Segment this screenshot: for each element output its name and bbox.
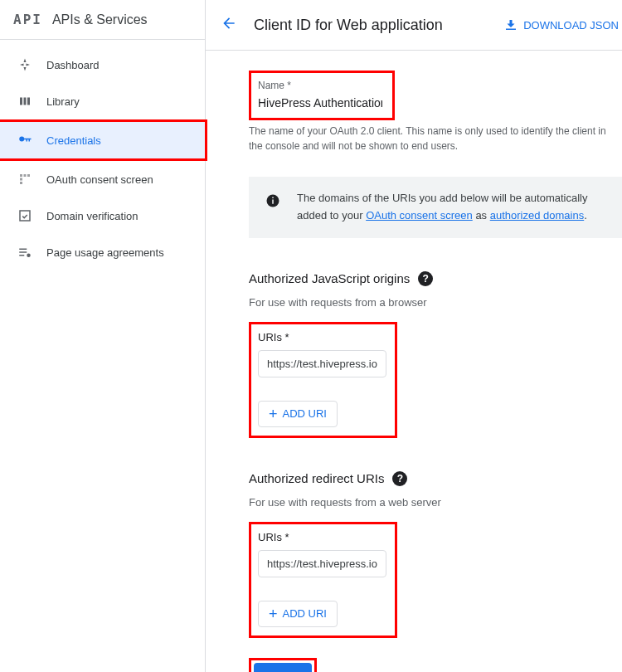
sidebar-item-label: Credentials bbox=[46, 134, 101, 147]
sidebar-item-credentials[interactable]: Credentials bbox=[0, 122, 205, 158]
uris-label: URIs * bbox=[258, 531, 386, 543]
uris-label: URIs * bbox=[258, 331, 386, 343]
download-json-button[interactable]: DOWNLOAD JSON bbox=[503, 17, 622, 32]
api-logo: API bbox=[13, 12, 42, 27]
download-icon bbox=[503, 17, 518, 32]
info-text: The domains of the URIs you add below wi… bbox=[297, 190, 605, 225]
add-uri-button[interactable]: + ADD URI bbox=[258, 601, 338, 627]
sidebar-item-label: Page usage agreements bbox=[46, 246, 164, 259]
sidebar-item-label: Dashboard bbox=[46, 59, 100, 71]
dashboard-icon bbox=[17, 56, 33, 73]
sidebar-title: APIs & Services bbox=[52, 12, 148, 27]
add-uri-button[interactable]: + ADD URI bbox=[258, 401, 338, 427]
sidebar-item-page-usage[interactable]: Page usage agreements bbox=[0, 234, 205, 270]
page-title: Client ID for Web application bbox=[254, 17, 503, 34]
content: Name * The name of your OAuth 2.0 client… bbox=[206, 51, 622, 672]
sidebar-item-library[interactable]: Library bbox=[0, 83, 205, 119]
redirect-uris-section: Authorized redirect URIs ? For use with … bbox=[249, 471, 622, 638]
list-gear-icon bbox=[17, 244, 33, 261]
authorized-domains-link[interactable]: authorized domains bbox=[490, 209, 584, 222]
library-icon bbox=[17, 93, 33, 110]
download-json-label: DOWNLOAD JSON bbox=[523, 19, 619, 32]
save-button[interactable]: SAVE bbox=[254, 663, 312, 672]
redirect-uris-title: Authorized redirect URIs ? bbox=[249, 471, 622, 486]
oauth-consent-link[interactable]: OAuth consent screen bbox=[366, 209, 473, 222]
js-origins-desc: For use with requests from a browser bbox=[249, 296, 622, 309]
help-icon[interactable]: ? bbox=[392, 471, 407, 486]
name-label: Name * bbox=[258, 80, 382, 91]
name-input[interactable] bbox=[258, 95, 382, 114]
sidebar-item-dashboard[interactable]: Dashboard bbox=[0, 46, 205, 83]
main-header: Client ID for Web application DOWNLOAD J… bbox=[206, 0, 622, 51]
js-origins-section: Authorized JavaScript origins ? For use … bbox=[249, 271, 622, 438]
name-field-block: Name * bbox=[249, 71, 395, 120]
sidebar-item-label: Domain verification bbox=[46, 210, 138, 222]
plus-icon: + bbox=[269, 407, 278, 421]
js-origin-uri-input[interactable]: https://test.hivepress.io bbox=[258, 350, 386, 377]
redirect-uris-block: URIs * https://test.hivepress.io + ADD U… bbox=[249, 522, 397, 638]
redirect-uris-desc: For use with requests from a web server bbox=[249, 496, 622, 509]
sidebar-header: API APIs & Services bbox=[0, 0, 205, 40]
name-help-text: The name of your OAuth 2.0 client. This … bbox=[249, 124, 622, 153]
main: Client ID for Web application DOWNLOAD J… bbox=[206, 0, 622, 672]
key-icon bbox=[17, 132, 33, 149]
help-icon[interactable]: ? bbox=[418, 271, 433, 286]
sidebar-item-label: OAuth consent screen bbox=[46, 173, 153, 186]
back-arrow-icon[interactable] bbox=[214, 8, 244, 41]
svg-rect-2 bbox=[272, 197, 274, 199]
consent-icon bbox=[17, 171, 33, 187]
sidebar-item-label: Library bbox=[46, 95, 80, 108]
plus-icon: + bbox=[269, 606, 278, 621]
sidebar-items: Dashboard Library Credentials OAuth cons… bbox=[0, 40, 205, 270]
sidebar-item-oauth-consent[interactable]: OAuth consent screen bbox=[0, 161, 205, 197]
svg-rect-1 bbox=[272, 200, 274, 204]
check-icon bbox=[17, 207, 33, 224]
action-row: SAVE CANCEL bbox=[249, 658, 622, 672]
info-icon bbox=[265, 193, 280, 214]
sidebar: API APIs & Services Dashboard Library Cr… bbox=[0, 0, 206, 672]
sidebar-item-domain-verification[interactable]: Domain verification bbox=[0, 197, 205, 234]
redirect-uri-input[interactable]: https://test.hivepress.io bbox=[258, 550, 386, 577]
info-banner: The domains of the URIs you add below wi… bbox=[249, 177, 622, 238]
js-origins-uri-block: URIs * https://test.hivepress.io + ADD U… bbox=[249, 322, 397, 438]
js-origins-title: Authorized JavaScript origins ? bbox=[249, 271, 622, 286]
